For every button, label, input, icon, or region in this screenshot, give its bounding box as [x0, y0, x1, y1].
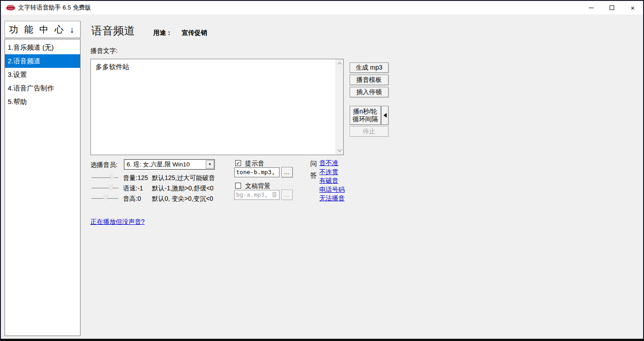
sidebar-item-settings[interactable]: 3.设置 [5, 68, 80, 81]
pitch-hint: 默认0, 变尖>0,变沉<0 [152, 195, 213, 203]
usage-label: 用途： [153, 29, 172, 37]
tone-file-input[interactable] [234, 167, 279, 177]
answer-label: 答 [310, 171, 317, 180]
volume-hint: 默认125,过大可能破音 [152, 174, 215, 182]
maximize-button[interactable] [601, 1, 622, 14]
close-button[interactable]: × [622, 1, 643, 14]
loop-interval-dropdown-button[interactable] [381, 106, 388, 125]
minimize-icon [589, 8, 594, 8]
broadcast-textarea[interactable]: 多多软件站 [90, 59, 344, 155]
pitch-slider-thumb[interactable] [104, 194, 108, 202]
window-controls: × [581, 1, 643, 14]
speed-value: 语速:-1 [123, 185, 151, 193]
link-phone-number[interactable]: 电话号码 [319, 186, 345, 193]
stop-button[interactable]: 停止 [350, 126, 388, 137]
sidebar-item-voice-channel[interactable]: 2.语音频道 [5, 54, 80, 68]
window-title: 文字转语音助手 6.5 免费版 [18, 1, 91, 14]
speed-hint: 默认-1,激励>0,舒缓<0 [152, 185, 213, 193]
volume-slider-thumb[interactable] [110, 174, 114, 181]
scroll-up-icon[interactable] [337, 62, 342, 66]
tone-checkbox-label: 提示音 [245, 160, 264, 168]
scroll-down-icon[interactable] [337, 148, 342, 152]
pitch-value: 音高:0 [123, 195, 151, 203]
tone-checkbox-check: ✓ [236, 161, 240, 166]
speed-slider[interactable] [91, 188, 118, 189]
usage-value: 宣传促销 [182, 29, 207, 37]
question-label: 问 [310, 160, 317, 168]
loop-interval-line1: 播n秒/轮 [353, 108, 378, 115]
sidebar-list: 1.音乐频道 (无) 2.语音频道 3.设置 4.语音广告制作 5.帮助 [5, 39, 80, 336]
function-center-header[interactable]: 功 能 中 心 ↓ [5, 21, 80, 38]
pitch-slider[interactable] [91, 198, 118, 199]
broadcast-template-button[interactable]: 播音模板 [350, 75, 388, 85]
link-not-coherent[interactable]: 不连贯 [319, 168, 345, 175]
loop-interval-line2: 循环间隔 [353, 115, 378, 123]
volume-slider[interactable] [91, 177, 118, 178]
generate-mp3-button[interactable]: 生成 mp3 [350, 62, 388, 73]
tone-browse-button[interactable]: … [281, 167, 293, 177]
sidebar-item-voice-ad[interactable]: 4.语音广告制作 [5, 81, 80, 95]
textarea-scrollbar[interactable] [336, 59, 343, 155]
broadcast-text-label: 播音文字: [90, 47, 118, 55]
qa-links: 音不准 不连贯 有破音 电话号码 无法播音 [319, 159, 345, 204]
broadcast-text-content[interactable]: 多多软件站 [91, 59, 336, 155]
no-sound-help-link[interactable]: 正在播放但没声音? [90, 218, 145, 226]
voice-select-label: 选播音员: [90, 161, 118, 169]
titlebar: 文字转语音助手 6.5 免费版 × [1, 1, 643, 14]
voice-select-dropdown[interactable]: 6. 瑶: 女,六星,限 Win10 ▼ [124, 159, 215, 170]
app-window: 文字转语音助手 6.5 免费版 × 功 能 中 心 ↓ 1.音乐频道 (无) 2… [0, 0, 644, 341]
voice-selected-value: 6. 瑶: 女,六星,限 Win10 [127, 160, 205, 169]
tone-checkbox[interactable]: ✓ [235, 160, 241, 166]
insert-pause-button[interactable]: 插入停顿 [350, 87, 388, 97]
background-checkbox-label: 文稿背景 [245, 182, 270, 190]
background-checkbox[interactable] [235, 183, 241, 189]
speed-slider-thumb[interactable] [109, 184, 113, 191]
link-broken-sound[interactable]: 有破音 [319, 177, 345, 184]
lips-icon [6, 5, 15, 10]
background-browse-button[interactable]: … [281, 189, 293, 200]
maximize-icon [610, 5, 614, 10]
close-icon: × [631, 5, 635, 11]
loop-interval-button[interactable]: 播n秒/轮 循环间隔 [350, 106, 381, 125]
sidebar-item-help[interactable]: 5.帮助 [5, 95, 80, 109]
page-title: 语音频道 [91, 24, 135, 38]
background-file-input[interactable] [234, 190, 279, 200]
volume-value: 音量:125 [123, 174, 151, 182]
sidebar-item-music-channel[interactable]: 1.音乐频道 (无) [5, 41, 80, 54]
triangle-left-icon [384, 113, 387, 118]
dropdown-arrow-icon[interactable]: ▼ [206, 160, 214, 169]
link-inaccurate-sound[interactable]: 音不准 [319, 159, 345, 166]
link-cannot-play[interactable]: 无法播音 [319, 194, 345, 202]
minimize-button[interactable] [581, 1, 601, 14]
